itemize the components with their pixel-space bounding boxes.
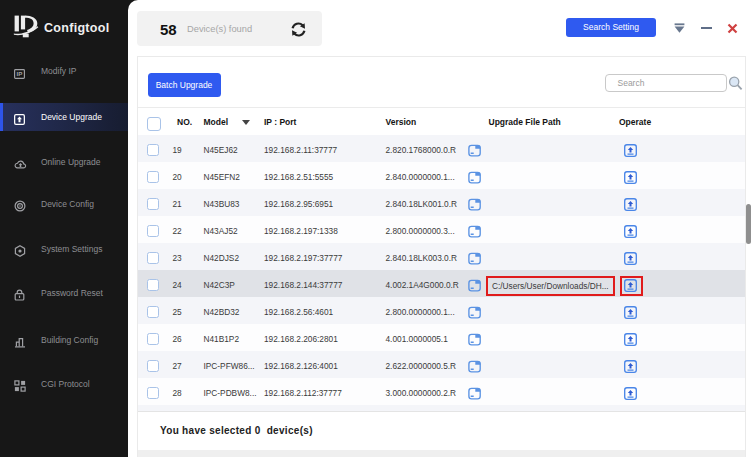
svg-text:IP: IP: [17, 70, 23, 77]
